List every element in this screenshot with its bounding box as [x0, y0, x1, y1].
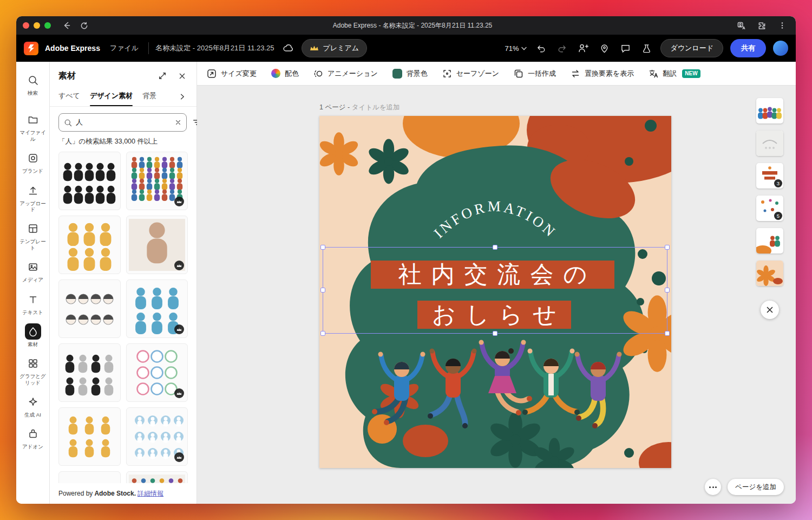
sidebar-item-elements[interactable]: 素材	[17, 320, 49, 352]
background-color-button[interactable]: 背景色	[392, 69, 428, 79]
artboard-page-1[interactable]: INFORMATION	[319, 116, 671, 468]
safe-zone-icon	[442, 69, 452, 79]
tab-all[interactable]: すべて	[58, 87, 80, 106]
sidebar-item-charts-grids[interactable]: グラフとグリッド	[17, 352, 49, 390]
translate-button[interactable]: 翻訳 NEW	[649, 69, 700, 79]
premium-crown-badge	[174, 388, 184, 398]
color-scheme-button[interactable]: 配色	[271, 69, 299, 79]
add-page-button[interactable]: ページを追加	[728, 479, 784, 495]
page-thumbnail-1[interactable]	[756, 98, 783, 123]
canvas-bottom-actions: ページを追加	[705, 479, 784, 495]
premium-crown-badge	[174, 324, 184, 334]
zoom-window-button[interactable]	[44, 22, 51, 29]
sidebar-item-search[interactable]: 検索	[17, 68, 49, 100]
page-thumbnail-4[interactable]: 5	[756, 196, 783, 221]
page-title-placeholder[interactable]: タイトルを追加	[352, 103, 400, 111]
bulk-create-button[interactable]: 一括作成	[514, 69, 556, 79]
premium-button[interactable]: プレミアム	[302, 39, 368, 57]
resize-button[interactable]: サイズ変更	[207, 69, 257, 79]
reload-icon	[80, 22, 88, 30]
extensions-button[interactable]	[755, 18, 769, 32]
resize-handle[interactable]	[320, 245, 325, 250]
asset-thumbnail-monochrome-people[interactable]	[58, 343, 121, 402]
file-menu[interactable]: ファイル	[107, 40, 142, 56]
asset-search-input[interactable]	[76, 119, 171, 127]
resize-handle[interactable]	[665, 288, 670, 292]
bulk-create-icon	[514, 69, 523, 79]
close-window-button[interactable]	[23, 22, 29, 29]
page-thumbnail-6[interactable]	[756, 261, 783, 286]
resize-handle[interactable]	[493, 331, 497, 336]
invite-collaborators-button[interactable]	[576, 41, 590, 55]
close-panel-button[interactable]	[176, 70, 188, 82]
asset-thumbnail-yellow-cartoon-people[interactable]	[58, 216, 121, 274]
beta-features-button[interactable]	[639, 41, 653, 55]
sidebar-item-media[interactable]: メディア	[17, 255, 49, 287]
show-replaceable-elements-button[interactable]: 置換要素を表示	[571, 69, 634, 79]
sidebar-item-generative-ai[interactable]: 生成 AI	[17, 390, 49, 422]
sidebar-item-templates[interactable]: テンプレート	[17, 217, 49, 255]
resize-handle[interactable]	[493, 245, 497, 250]
tabs-overflow-button[interactable]	[176, 91, 188, 103]
undo-button[interactable]	[534, 41, 548, 55]
more-info-link[interactable]: 詳細情報	[137, 489, 163, 498]
undo-icon	[536, 43, 546, 54]
asset-thumbnail-round-blue-avatars[interactable]	[126, 407, 188, 466]
zoom-control[interactable]: 71%	[505, 44, 527, 53]
asset-thumbnail-sketched-faces[interactable]	[58, 280, 121, 338]
tab-backgrounds[interactable]: 背景	[142, 87, 156, 106]
share-button[interactable]: 共有	[730, 39, 766, 57]
clear-search-button[interactable]	[175, 119, 181, 126]
close-pages-panel-button[interactable]	[761, 301, 779, 319]
monochrome-people-illustration	[61, 347, 117, 399]
adobe-express-logo[interactable]	[24, 42, 38, 55]
resize-handle[interactable]	[665, 245, 670, 250]
asset-thumbnail-blue-hair-avatars[interactable]	[126, 280, 188, 338]
user-avatar[interactable]	[773, 41, 788, 56]
asset-thumbnail-avatar-circle-grid[interactable]	[126, 343, 188, 402]
browser-back-button[interactable]	[60, 18, 74, 32]
window-titlebar: Adobe Express - 名称未設定 - 2025年8月21日 11.23…	[16, 16, 796, 35]
page-thumbnail-2[interactable]	[756, 131, 783, 156]
tab-design-assets[interactable]: デザイン素材	[90, 87, 133, 106]
safe-zone-button[interactable]: セーフゾーン	[442, 69, 499, 79]
sidebar-item-text[interactable]: テキスト	[17, 288, 49, 320]
asset-thumbnail-blank[interactable]	[58, 471, 121, 483]
translate-page-button[interactable]	[734, 18, 748, 32]
page-thumbnail-5[interactable]	[756, 228, 783, 253]
sidebar-item-brand[interactable]: ブランド	[17, 146, 49, 178]
asset-thumbnail-jumping-man-photo[interactable]	[126, 216, 188, 274]
cloud-save-status-button[interactable]	[281, 41, 295, 55]
download-button[interactable]: ダウンロード	[660, 39, 723, 57]
sidebar-item-upload[interactable]: アップロード	[17, 179, 49, 217]
template-layout-icon	[25, 220, 41, 237]
translate-page-icon	[737, 22, 745, 30]
browser-reload-button[interactable]	[77, 18, 91, 32]
asset-thumbnail-yellow-chibi-people[interactable]	[58, 407, 121, 466]
asset-thumbnail-silhouette-people[interactable]	[58, 152, 121, 210]
premium-crown-badge	[174, 261, 184, 270]
text-selection-box[interactable]	[323, 247, 667, 334]
page-1-preview	[756, 98, 783, 123]
asset-thumbnail-tiny-crowd[interactable]	[126, 152, 188, 210]
asset-thumbnail-crowd-banner[interactable]	[126, 471, 188, 483]
more-options-button[interactable]	[705, 479, 721, 495]
redo-button[interactable]	[555, 41, 569, 55]
resize-handle[interactable]	[320, 288, 325, 292]
premium-crown-badge	[174, 197, 184, 206]
left-sidebar: 検索 マイファイル ブランド アップロード テンプレート	[16, 62, 50, 504]
swap-arrows-icon	[571, 69, 580, 79]
expand-panel-button[interactable]	[156, 70, 168, 82]
sidebar-item-my-files[interactable]: マイファイル	[17, 108, 49, 146]
animation-button[interactable]: アニメーション	[313, 69, 378, 79]
browser-menu-button[interactable]	[775, 18, 789, 32]
minimize-window-button[interactable]	[34, 22, 40, 29]
location-pin-icon	[599, 43, 610, 54]
resize-handle[interactable]	[320, 331, 325, 336]
canvas-area[interactable]: 1 ページ - タイトルを追加	[197, 86, 796, 504]
resize-handle[interactable]	[665, 331, 670, 336]
comments-button[interactable]	[618, 41, 632, 55]
location-pin-button[interactable]	[597, 41, 611, 55]
page-thumbnail-3[interactable]: 3	[756, 163, 783, 188]
sidebar-item-add-ons[interactable]: アドオン	[17, 422, 49, 454]
